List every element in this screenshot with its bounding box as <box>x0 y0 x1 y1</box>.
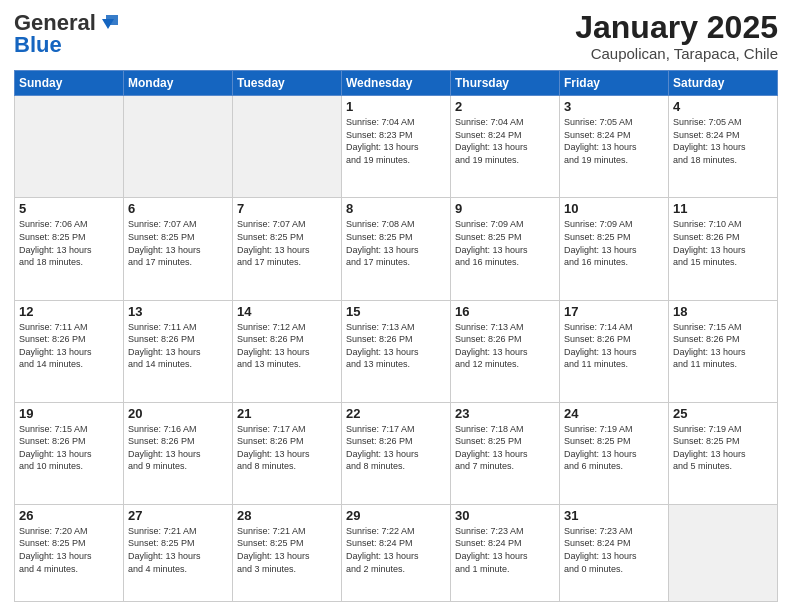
calendar-body: 1Sunrise: 7:04 AMSunset: 8:23 PMDaylight… <box>15 96 778 602</box>
day-info: Sunrise: 7:19 AMSunset: 8:25 PMDaylight:… <box>673 423 773 473</box>
day-number: 16 <box>455 304 555 319</box>
day-info: Sunrise: 7:05 AMSunset: 8:24 PMDaylight:… <box>673 116 773 166</box>
calendar-cell: 5Sunrise: 7:06 AMSunset: 8:25 PMDaylight… <box>15 198 124 300</box>
day-number: 8 <box>346 201 446 216</box>
title-area: January 2025 Caupolican, Tarapaca, Chile <box>575 10 778 62</box>
day-number: 6 <box>128 201 228 216</box>
day-number: 25 <box>673 406 773 421</box>
day-info: Sunrise: 7:11 AMSunset: 8:26 PMDaylight:… <box>19 321 119 371</box>
day-number: 30 <box>455 508 555 523</box>
calendar-cell: 28Sunrise: 7:21 AMSunset: 8:25 PMDayligh… <box>233 504 342 601</box>
calendar-cell: 20Sunrise: 7:16 AMSunset: 8:26 PMDayligh… <box>124 402 233 504</box>
calendar-cell: 7Sunrise: 7:07 AMSunset: 8:25 PMDaylight… <box>233 198 342 300</box>
day-info: Sunrise: 7:22 AMSunset: 8:24 PMDaylight:… <box>346 525 446 575</box>
calendar-cell <box>669 504 778 601</box>
month-title: January 2025 <box>575 10 778 45</box>
day-info: Sunrise: 7:21 AMSunset: 8:25 PMDaylight:… <box>128 525 228 575</box>
day-number: 11 <box>673 201 773 216</box>
calendar-cell: 25Sunrise: 7:19 AMSunset: 8:25 PMDayligh… <box>669 402 778 504</box>
calendar-cell: 23Sunrise: 7:18 AMSunset: 8:25 PMDayligh… <box>451 402 560 504</box>
day-info: Sunrise: 7:09 AMSunset: 8:25 PMDaylight:… <box>564 218 664 268</box>
calendar-week-2: 12Sunrise: 7:11 AMSunset: 8:26 PMDayligh… <box>15 300 778 402</box>
day-info: Sunrise: 7:13 AMSunset: 8:26 PMDaylight:… <box>455 321 555 371</box>
header-sunday: Sunday <box>15 71 124 96</box>
calendar-cell: 29Sunrise: 7:22 AMSunset: 8:24 PMDayligh… <box>342 504 451 601</box>
day-info: Sunrise: 7:06 AMSunset: 8:25 PMDaylight:… <box>19 218 119 268</box>
day-info: Sunrise: 7:15 AMSunset: 8:26 PMDaylight:… <box>19 423 119 473</box>
day-info: Sunrise: 7:19 AMSunset: 8:25 PMDaylight:… <box>564 423 664 473</box>
day-info: Sunrise: 7:05 AMSunset: 8:24 PMDaylight:… <box>564 116 664 166</box>
calendar-cell: 3Sunrise: 7:05 AMSunset: 8:24 PMDaylight… <box>560 96 669 198</box>
day-info: Sunrise: 7:18 AMSunset: 8:25 PMDaylight:… <box>455 423 555 473</box>
day-info: Sunrise: 7:11 AMSunset: 8:26 PMDaylight:… <box>128 321 228 371</box>
day-number: 26 <box>19 508 119 523</box>
header: General Blue January 2025 Caupolican, Ta… <box>14 10 778 62</box>
day-number: 10 <box>564 201 664 216</box>
calendar-cell <box>124 96 233 198</box>
logo-icon <box>98 11 120 33</box>
day-number: 24 <box>564 406 664 421</box>
calendar-cell: 15Sunrise: 7:13 AMSunset: 8:26 PMDayligh… <box>342 300 451 402</box>
calendar-header-row: Sunday Monday Tuesday Wednesday Thursday… <box>15 71 778 96</box>
header-thursday: Thursday <box>451 71 560 96</box>
logo: General Blue <box>14 10 120 58</box>
calendar-cell: 22Sunrise: 7:17 AMSunset: 8:26 PMDayligh… <box>342 402 451 504</box>
calendar-cell: 19Sunrise: 7:15 AMSunset: 8:26 PMDayligh… <box>15 402 124 504</box>
day-number: 9 <box>455 201 555 216</box>
day-info: Sunrise: 7:13 AMSunset: 8:26 PMDaylight:… <box>346 321 446 371</box>
day-number: 27 <box>128 508 228 523</box>
day-number: 1 <box>346 99 446 114</box>
calendar-cell: 6Sunrise: 7:07 AMSunset: 8:25 PMDaylight… <box>124 198 233 300</box>
day-number: 3 <box>564 99 664 114</box>
header-monday: Monday <box>124 71 233 96</box>
header-friday: Friday <box>560 71 669 96</box>
day-info: Sunrise: 7:04 AMSunset: 8:24 PMDaylight:… <box>455 116 555 166</box>
day-info: Sunrise: 7:21 AMSunset: 8:25 PMDaylight:… <box>237 525 337 575</box>
day-number: 2 <box>455 99 555 114</box>
calendar-cell: 12Sunrise: 7:11 AMSunset: 8:26 PMDayligh… <box>15 300 124 402</box>
day-number: 29 <box>346 508 446 523</box>
day-number: 12 <box>19 304 119 319</box>
day-info: Sunrise: 7:07 AMSunset: 8:25 PMDaylight:… <box>237 218 337 268</box>
day-number: 28 <box>237 508 337 523</box>
calendar-cell: 1Sunrise: 7:04 AMSunset: 8:23 PMDaylight… <box>342 96 451 198</box>
day-number: 20 <box>128 406 228 421</box>
day-info: Sunrise: 7:17 AMSunset: 8:26 PMDaylight:… <box>346 423 446 473</box>
header-wednesday: Wednesday <box>342 71 451 96</box>
calendar-cell: 26Sunrise: 7:20 AMSunset: 8:25 PMDayligh… <box>15 504 124 601</box>
calendar-cell: 8Sunrise: 7:08 AMSunset: 8:25 PMDaylight… <box>342 198 451 300</box>
calendar-cell <box>233 96 342 198</box>
day-number: 14 <box>237 304 337 319</box>
day-info: Sunrise: 7:17 AMSunset: 8:26 PMDaylight:… <box>237 423 337 473</box>
calendar-cell: 2Sunrise: 7:04 AMSunset: 8:24 PMDaylight… <box>451 96 560 198</box>
calendar-week-0: 1Sunrise: 7:04 AMSunset: 8:23 PMDaylight… <box>15 96 778 198</box>
calendar-cell: 18Sunrise: 7:15 AMSunset: 8:26 PMDayligh… <box>669 300 778 402</box>
day-info: Sunrise: 7:10 AMSunset: 8:26 PMDaylight:… <box>673 218 773 268</box>
location-subtitle: Caupolican, Tarapaca, Chile <box>575 45 778 62</box>
header-tuesday: Tuesday <box>233 71 342 96</box>
calendar-cell: 30Sunrise: 7:23 AMSunset: 8:24 PMDayligh… <box>451 504 560 601</box>
day-info: Sunrise: 7:08 AMSunset: 8:25 PMDaylight:… <box>346 218 446 268</box>
calendar-cell: 4Sunrise: 7:05 AMSunset: 8:24 PMDaylight… <box>669 96 778 198</box>
day-number: 15 <box>346 304 446 319</box>
calendar-table: Sunday Monday Tuesday Wednesday Thursday… <box>14 70 778 602</box>
day-info: Sunrise: 7:15 AMSunset: 8:26 PMDaylight:… <box>673 321 773 371</box>
day-number: 7 <box>237 201 337 216</box>
day-info: Sunrise: 7:16 AMSunset: 8:26 PMDaylight:… <box>128 423 228 473</box>
day-number: 17 <box>564 304 664 319</box>
calendar-week-4: 26Sunrise: 7:20 AMSunset: 8:25 PMDayligh… <box>15 504 778 601</box>
day-number: 18 <box>673 304 773 319</box>
calendar-cell: 24Sunrise: 7:19 AMSunset: 8:25 PMDayligh… <box>560 402 669 504</box>
calendar-cell: 9Sunrise: 7:09 AMSunset: 8:25 PMDaylight… <box>451 198 560 300</box>
day-number: 23 <box>455 406 555 421</box>
day-info: Sunrise: 7:07 AMSunset: 8:25 PMDaylight:… <box>128 218 228 268</box>
day-info: Sunrise: 7:04 AMSunset: 8:23 PMDaylight:… <box>346 116 446 166</box>
page: General Blue January 2025 Caupolican, Ta… <box>0 0 792 612</box>
calendar-cell: 11Sunrise: 7:10 AMSunset: 8:26 PMDayligh… <box>669 198 778 300</box>
calendar-cell: 27Sunrise: 7:21 AMSunset: 8:25 PMDayligh… <box>124 504 233 601</box>
day-number: 19 <box>19 406 119 421</box>
calendar-cell: 13Sunrise: 7:11 AMSunset: 8:26 PMDayligh… <box>124 300 233 402</box>
header-saturday: Saturday <box>669 71 778 96</box>
day-number: 31 <box>564 508 664 523</box>
calendar-week-1: 5Sunrise: 7:06 AMSunset: 8:25 PMDaylight… <box>15 198 778 300</box>
